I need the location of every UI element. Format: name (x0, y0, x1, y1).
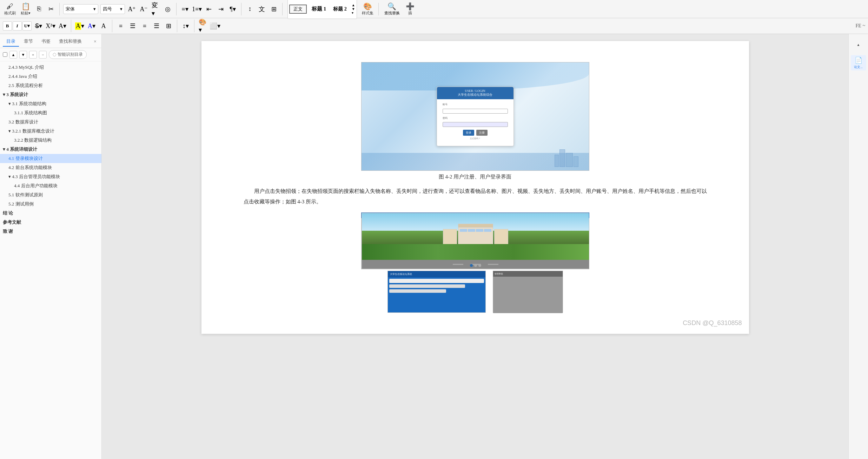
font-increase-button[interactable]: A⁺ (127, 4, 137, 14)
font-change-button[interactable]: 変▾ (151, 4, 161, 14)
align-center-button[interactable]: ☰ (128, 21, 138, 31)
toc-item-flow[interactable]: 2.5 系统流程分析 (0, 81, 101, 90)
road-mark (453, 264, 463, 265)
toc-item-51[interactable]: 5.1 软件测试原则 (0, 190, 101, 200)
style-scroll-down[interactable]: ▼ (352, 7, 355, 11)
italic-button[interactable]: I (13, 21, 22, 31)
font-decrease-button[interactable]: A⁻ (139, 4, 149, 14)
login-submit-button[interactable]: 登录 (463, 130, 474, 136)
superscript-icon: X²▾ (46, 22, 55, 30)
toc-item-mysql[interactable]: 2.4.3 MySQL 介绍 (0, 63, 101, 72)
copy-button[interactable]: ⎘ (34, 4, 44, 14)
justify-button[interactable]: ☰ (152, 21, 161, 31)
toc-item-41[interactable]: 4.1 登录模块设计 (0, 154, 101, 163)
distribute-button[interactable]: ⊞ (164, 21, 173, 31)
indent-button[interactable]: ⇥ (216, 4, 226, 14)
table-button[interactable]: ⊞ (269, 4, 279, 14)
toc-item-ch4[interactable]: ▾ 4 系统详细设计 (0, 145, 101, 154)
toc-item-52[interactable]: 5.2 测试用例 (0, 200, 101, 209)
scroll-up-button[interactable]: ▲ (851, 37, 866, 52)
doc-panel-button[interactable]: 📄 论文... (851, 55, 866, 70)
style-h2[interactable]: 标题 2 (330, 5, 350, 13)
tab-chapter[interactable]: 章节 (20, 37, 37, 47)
toc-item-311[interactable]: 3.1.1 系统结构图 (0, 108, 101, 117)
superscript-button[interactable]: X²▾ (46, 21, 55, 31)
shading-button[interactable]: 🎨▾ (198, 21, 208, 31)
cut-button[interactable]: ✂ (46, 4, 56, 14)
paste-button[interactable]: 📋 粘贴▾ (19, 1, 32, 16)
blue-header-text: 大学生在线论坛系统 (390, 272, 412, 276)
font-selector[interactable]: 宋体 ▾ (63, 4, 98, 14)
list-button[interactable]: ≡▾ (180, 4, 190, 14)
insert-button[interactable]: ➕ 插 (404, 1, 417, 16)
style-set-area: 正文 标题 1 标题 2 ▲ ▼ ▾ (287, 0, 357, 19)
underline-button[interactable]: U▾ (22, 21, 32, 31)
font-color-icon: A▾ (59, 22, 66, 30)
toc-item-322[interactable]: 3.2.2 数据逻辑结构 (0, 136, 101, 145)
username-input[interactable] (443, 109, 508, 114)
style-scroll-up[interactable]: ▲ (352, 3, 355, 7)
nav-down-button[interactable]: ▼ (19, 51, 27, 59)
clear-format-button[interactable]: ◎ (163, 4, 173, 14)
tab-toc[interactable]: 目录 (3, 37, 19, 47)
style-expand[interactable]: ▾ (352, 11, 355, 15)
nav-up-button[interactable]: ▲ (9, 51, 17, 59)
style-h1[interactable]: 标题 1 (308, 5, 330, 13)
strikethrough-button[interactable]: S̶▾ (34, 21, 44, 31)
doc-page: USER / LOGIN 大学生在线论坛系统综合 账号 密码 登录 (201, 41, 749, 334)
font-size-selector[interactable]: 四号 ▾ (100, 4, 125, 14)
toc-item-conclusion[interactable]: 结 论 (0, 209, 101, 218)
highlight-button[interactable]: A▾ (75, 21, 85, 31)
toc-item-java[interactable]: 2.4.4 Java 介绍 (0, 72, 101, 81)
toc-item-43[interactable]: ▾ 4.3 后台管理员功能模块 (0, 172, 101, 181)
login-register-button[interactable]: 注册 (476, 130, 488, 136)
fe-label: FE ~ (856, 23, 865, 29)
toc-item-42[interactable]: 4.2 前台系统功能模块 (0, 163, 101, 172)
distribute-icon: ⊞ (166, 22, 171, 30)
sidebar-close-button[interactable]: × (92, 38, 99, 45)
style-set-button[interactable]: 🎨 样式集 (360, 1, 375, 16)
font-change-icon: 変▾ (152, 1, 160, 17)
toolbar-row2: B I U▾ S̶▾ X²▾ A▾ A▾ A▾ A ≡ (0, 18, 868, 34)
align-left-button[interactable]: ≡ (116, 21, 126, 31)
sort-button[interactable]: ↕ (245, 4, 255, 14)
char-shading-button[interactable]: A (99, 21, 108, 31)
dot (478, 264, 481, 267)
align-right-button[interactable]: ≡ (140, 21, 150, 31)
password-input[interactable] (443, 122, 508, 127)
expand-button[interactable]: + (29, 51, 37, 59)
chinese-button[interactable]: 文 (257, 4, 267, 14)
outdent-button[interactable]: ⇤ (204, 4, 214, 14)
toc-item-32[interactable]: 3.2 数据库设计 (0, 117, 101, 127)
toc-item-references[interactable]: 参考文献 (0, 218, 101, 227)
style-set-icon: 🎨 (363, 2, 372, 11)
password-label: 密码 (443, 116, 508, 120)
format-paste-button[interactable]: 🖋 格式刷 (3, 1, 17, 16)
underline-label: U (24, 23, 27, 29)
toc-item-ch3[interactable]: ▾ 3 系统设计 (0, 90, 101, 99)
login-form-header: USER / LOGIN 大学生在线论坛系统综合 (437, 87, 513, 99)
toc-item-acknowledgment[interactable]: 致 谢 (0, 227, 101, 236)
border-button[interactable]: ⬜▾ (210, 21, 220, 31)
tab-bookmark[interactable]: 书签 (38, 37, 54, 47)
numbering-button[interactable]: 1≡▾ (192, 4, 202, 14)
toc-item-31[interactable]: ▾ 3.1 系统功能结构 (0, 99, 101, 108)
line-spacing-button[interactable]: ↕▾ (181, 21, 191, 31)
font-decrease-icon: A⁻ (140, 5, 148, 13)
bold-button[interactable]: B (3, 21, 12, 31)
tab-find-replace[interactable]: 查找和替换 (55, 37, 85, 47)
toc-item-44[interactable]: 4.4 后台用户功能模块 (0, 181, 101, 190)
show-all-checkbox[interactable] (3, 52, 7, 57)
window (468, 229, 475, 232)
ai-recognize-button[interactable]: ◌ 智能识别目录 (49, 50, 87, 59)
style-normal[interactable]: 正文 (289, 5, 307, 14)
text-format-group: B I U▾ (3, 21, 32, 31)
toc-item-321[interactable]: ▾ 3.2.1 数据库概念设计 (0, 127, 101, 136)
text-color-button[interactable]: A▾ (87, 21, 97, 31)
text-color-icon: A (88, 22, 92, 30)
font-color-button[interactable]: A▾ (58, 21, 67, 31)
collapse-button[interactable]: − (39, 51, 47, 59)
campus-trees (362, 244, 589, 262)
find-replace-button[interactable]: 🔍 查找替换 (382, 1, 402, 16)
para-format-button[interactable]: ¶▾ (228, 4, 238, 14)
